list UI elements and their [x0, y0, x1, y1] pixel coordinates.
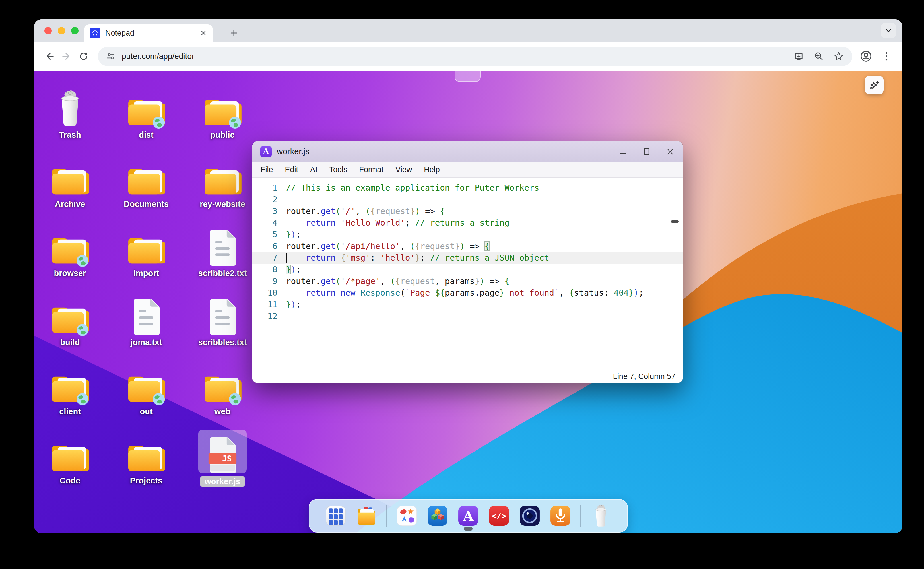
desktop-icon-web[interactable]: web — [184, 361, 261, 430]
desktop-icon-projects[interactable]: Projects — [108, 430, 184, 499]
code-line-5[interactable]: 5}); — [252, 229, 683, 240]
notepad-app-icon: A — [260, 146, 272, 157]
line-number[interactable]: 1 — [252, 182, 281, 194]
code-line-6[interactable]: 6router.get('/api/hello', ({request}) =>… — [252, 240, 683, 252]
code-line-7[interactable]: 7 return {'msg': 'hello'}; // returns a … — [252, 252, 683, 264]
forward-button[interactable] — [60, 50, 73, 63]
editor-window[interactable]: A worker.js FileEditAIToolsF — [252, 141, 683, 383]
desktop-icon-scribbles-txt[interactable]: scribbles.txt — [184, 292, 261, 361]
puter-desktop[interactable]: TrashdistpublicArchiveDocumentsrey-websi… — [34, 71, 903, 533]
address-bar[interactable]: puter.com/app/editor — [98, 47, 852, 66]
menu-format[interactable]: Format — [353, 165, 390, 174]
folder-icon — [198, 84, 247, 128]
tab-search-button[interactable] — [881, 23, 896, 38]
active-app-indicator — [464, 527, 473, 531]
dock-item-files[interactable] — [356, 500, 377, 532]
browser-menu-kebab-icon[interactable] — [881, 51, 892, 62]
desktop-icon-out[interactable]: out — [108, 361, 184, 430]
desktop-icon-public[interactable]: public — [184, 84, 261, 153]
desktop-icon-code[interactable]: Code — [34, 430, 108, 499]
reload-button[interactable] — [77, 50, 90, 63]
folder-icon — [198, 153, 247, 196]
code-line-1[interactable]: 1// This is an example application for P… — [252, 182, 683, 194]
browser-tab-notepad[interactable]: Notepad — [84, 24, 213, 41]
code-line-2[interactable]: 2 — [252, 194, 683, 205]
profile-avatar-icon[interactable] — [860, 50, 872, 62]
bookmark-star-button[interactable] — [833, 51, 844, 62]
dock-item-notepad[interactable] — [457, 500, 479, 532]
screen: Notepad — [0, 0, 924, 569]
ai-assistant-button[interactable] — [865, 76, 884, 94]
editor-titlebar[interactable]: A worker.js — [252, 141, 683, 162]
line-number[interactable]: 10 — [252, 287, 281, 299]
desktop-toolbar-pull-tab[interactable] — [454, 71, 481, 82]
dock-item-app-launcher[interactable] — [325, 500, 346, 532]
desktop-icon-scribble2-txt[interactable]: scribble2.txt — [184, 222, 261, 292]
install-app-button[interactable] — [793, 51, 804, 62]
desktop-icon-rey-website[interactable]: rey-website — [184, 153, 261, 222]
code-line-3[interactable]: 3router.get('/', ({request}) => { — [252, 205, 683, 217]
toolbar-right-group — [860, 50, 892, 62]
code-line-4[interactable]: 4 return 'Hello World'; // returns a str… — [252, 217, 683, 229]
back-button[interactable] — [43, 50, 56, 63]
code-line-11[interactable]: 11}); — [252, 299, 683, 310]
menu-tools[interactable]: Tools — [324, 165, 353, 174]
desktop-icon-documents[interactable]: Documents — [108, 153, 184, 222]
desktop-icon-joma-txt[interactable]: joma.txt — [108, 292, 184, 361]
desktop-icon-worker-js[interactable]: worker.js — [184, 430, 261, 499]
menu-view[interactable]: View — [389, 165, 418, 174]
editor-maximize-button[interactable] — [642, 147, 652, 157]
dock-item-camera[interactable] — [519, 500, 541, 532]
text-file-icon — [122, 292, 170, 335]
folder-icon — [122, 361, 170, 404]
desktop-icon-dist[interactable]: dist — [108, 84, 184, 153]
line-number[interactable]: 6 — [252, 240, 281, 252]
dock-item-recorder[interactable] — [550, 500, 571, 532]
desktop-icon-trash[interactable]: Trash — [34, 84, 108, 153]
desktop-icon-archive[interactable]: Archive — [34, 153, 108, 222]
desktop-icon-browser[interactable]: browser — [34, 222, 108, 292]
dock-item-trash[interactable] — [590, 500, 612, 532]
tab-close-icon[interactable] — [200, 29, 207, 37]
js-file-icon — [198, 430, 247, 473]
url-text[interactable]: puter.com/app/editor — [122, 52, 784, 61]
code-line-12[interactable]: 12 — [252, 310, 683, 322]
line-number[interactable]: 11 — [252, 299, 281, 310]
line-number[interactable]: 8 — [252, 264, 281, 275]
code-line-9[interactable]: 9router.get('/*page', ({request, params}… — [252, 275, 683, 287]
line-number[interactable]: 2 — [252, 194, 281, 205]
menu-help[interactable]: Help — [418, 165, 446, 174]
line-number[interactable]: 9 — [252, 275, 281, 287]
code-line-8[interactable]: 8}); — [252, 264, 683, 275]
minimize-window-button[interactable] — [58, 27, 65, 34]
menu-edit[interactable]: Edit — [279, 165, 304, 174]
dock-item-code-editor[interactable] — [488, 500, 510, 532]
menu-file[interactable]: File — [255, 165, 279, 174]
code-editor-area[interactable]: 1// This is an example application for P… — [252, 178, 683, 370]
zoom-button[interactable] — [813, 51, 824, 62]
folder-glyph — [126, 165, 166, 196]
desktop-icon-import[interactable]: import — [108, 222, 184, 292]
desktop-icon-build[interactable]: build — [34, 292, 108, 361]
globe-badge-icon — [76, 324, 89, 336]
desktop-icon-client[interactable]: client — [34, 361, 108, 430]
close-window-button[interactable] — [44, 27, 52, 34]
folder-icon — [46, 153, 94, 196]
editor-minimize-button[interactable] — [619, 147, 628, 157]
new-tab-button[interactable] — [226, 26, 241, 40]
line-number[interactable]: 4 — [252, 217, 281, 229]
dock-item-dev-center[interactable] — [427, 500, 448, 532]
line-number[interactable]: 12 — [252, 310, 281, 322]
line-number[interactable]: 3 — [252, 205, 281, 217]
desktop-icon-label: import — [134, 269, 159, 278]
line-number[interactable]: 5 — [252, 229, 281, 240]
dock-item-app-center[interactable] — [396, 500, 418, 532]
fullscreen-window-button[interactable] — [71, 27, 79, 34]
site-settings-icon[interactable] — [106, 52, 116, 61]
menu-ai[interactable]: AI — [304, 165, 324, 174]
line-number[interactable]: 7 — [252, 252, 281, 264]
folder-glyph — [203, 165, 242, 196]
editor-close-button[interactable] — [665, 147, 675, 157]
cursor-position-status: Line 7, Column 57 — [613, 372, 675, 381]
code-line-10[interactable]: 10 return new Response(`Page ${params.pa… — [252, 287, 683, 299]
